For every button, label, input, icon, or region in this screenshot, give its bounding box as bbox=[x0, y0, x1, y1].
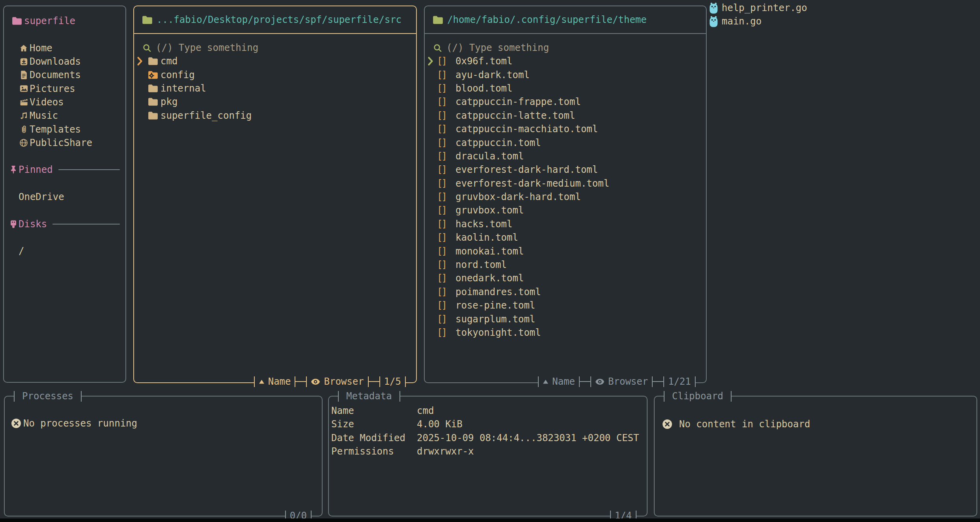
sidebar-item-templates[interactable]: Templates bbox=[4, 122, 125, 136]
folder-gear-icon bbox=[148, 71, 158, 79]
sidebar-item-videos[interactable]: Videos bbox=[4, 95, 125, 109]
toml-icon: [] bbox=[437, 232, 447, 243]
file-row[interactable]: [] blood.toml bbox=[425, 82, 706, 95]
mode-indicator[interactable]: Browser bbox=[591, 376, 652, 387]
file-row[interactable]: internal bbox=[134, 82, 416, 95]
file-row[interactable]: cmd bbox=[134, 54, 416, 68]
file-row[interactable]: [] onedark.toml bbox=[425, 271, 706, 285]
panel-footer: Name Browser 1/21 bbox=[538, 375, 696, 388]
go-file-icon bbox=[709, 2, 719, 14]
file-row[interactable]: [] catppuccin-latte.toml bbox=[425, 109, 706, 122]
file-row[interactable]: [] 0x96f.toml bbox=[425, 54, 706, 68]
app-title-row: superfile bbox=[4, 14, 125, 28]
panel-title: Metadata bbox=[338, 389, 400, 403]
app-title: superfile bbox=[24, 15, 75, 26]
music-icon bbox=[19, 111, 28, 120]
file-row[interactable]: main.go bbox=[709, 15, 807, 28]
clipboard-panel: Clipboard No content in clipboard bbox=[654, 396, 977, 516]
sort-asc-icon bbox=[259, 379, 265, 384]
toml-icon: [] bbox=[437, 178, 447, 189]
sidebar-item-onedrive[interactable]: OneDrive bbox=[4, 190, 125, 204]
metadata-rows: Name cmd Size 4.00 KiB Date Modified 202… bbox=[331, 404, 644, 458]
pinned-section-header: Pinned bbox=[4, 163, 125, 176]
toml-icon: [] bbox=[437, 151, 447, 162]
home-icon bbox=[19, 44, 28, 52]
preview-file-list: help_printer.go main.go bbox=[709, 1, 807, 28]
file-row[interactable]: [] poimandres.toml bbox=[425, 285, 706, 299]
sidebar-item-music[interactable]: Music bbox=[4, 109, 125, 122]
pin-icon bbox=[9, 165, 18, 174]
path-text: /home/fabio/.config/superfile/theme bbox=[447, 14, 647, 25]
folder-icon bbox=[148, 111, 158, 120]
toml-icon: [] bbox=[437, 300, 447, 311]
metadata-label: Date Modified bbox=[331, 432, 417, 443]
sidebar: superfile Home Downloads Documents Pictu… bbox=[3, 6, 126, 383]
file-row[interactable]: config bbox=[134, 68, 416, 81]
file-row[interactable]: [] catppuccin-macchiato.toml bbox=[425, 122, 706, 136]
search-icon bbox=[433, 44, 442, 52]
file-row[interactable]: [] nord.toml bbox=[425, 258, 706, 271]
file-row[interactable]: [] kaolin.toml bbox=[425, 231, 706, 244]
sort-indicator[interactable]: Name bbox=[255, 376, 295, 387]
folder-icon bbox=[148, 84, 158, 93]
file-row[interactable]: superfile_config bbox=[134, 109, 416, 122]
path-bar[interactable]: /home/fabio/.config/superfile/theme bbox=[425, 6, 706, 34]
divider bbox=[52, 224, 120, 225]
sidebar-item-root-disk[interactable]: / bbox=[4, 244, 125, 258]
search-bar[interactable]: (/) Type something bbox=[433, 41, 549, 54]
toml-icon: [] bbox=[437, 83, 447, 94]
globe-icon bbox=[19, 138, 28, 147]
toml-icon: [] bbox=[437, 246, 447, 257]
file-row[interactable]: [] catppuccin.toml bbox=[425, 136, 706, 149]
file-counter: 1/5 bbox=[380, 376, 405, 387]
file-row[interactable]: [] dracula.toml bbox=[425, 150, 706, 163]
file-row[interactable]: help_printer.go bbox=[709, 1, 807, 15]
file-row[interactable]: [] gruvbox-dark-hard.toml bbox=[425, 190, 706, 204]
metadata-value: 4.00 KiB bbox=[417, 419, 463, 430]
sidebar-item-home[interactable]: Home bbox=[4, 41, 125, 55]
file-row[interactable]: [] everforest-dark-hard.toml bbox=[425, 163, 706, 176]
file-row[interactable]: [] rose-pine.toml bbox=[425, 299, 706, 312]
metadata-label: Permissions bbox=[331, 446, 417, 457]
file-list: [] 0x96f.toml [] ayu-dark.toml [] blood.… bbox=[425, 54, 706, 339]
usb-disk-icon bbox=[9, 220, 18, 228]
file-row[interactable]: [] everforest-dark-medium.toml bbox=[425, 177, 706, 190]
toml-icon: [] bbox=[437, 110, 447, 121]
file-row[interactable]: [] catppuccin-frappe.toml bbox=[425, 95, 706, 109]
document-icon bbox=[19, 71, 28, 79]
sidebar-item-publicshare[interactable]: PublicShare bbox=[4, 136, 125, 150]
path-bar[interactable]: ...fabio/Desktop/projects/spf/superfile/… bbox=[134, 6, 416, 34]
search-bar[interactable]: (/) Type something bbox=[143, 41, 258, 54]
sidebar-item-documents[interactable]: Documents bbox=[4, 68, 125, 82]
folder-icon bbox=[148, 97, 158, 106]
paperclip-icon bbox=[19, 125, 28, 134]
folder-icon bbox=[148, 57, 158, 65]
sort-asc-icon bbox=[543, 379, 549, 384]
divider bbox=[58, 169, 120, 170]
sidebar-item-downloads[interactable]: Downloads bbox=[4, 55, 125, 68]
metadata-label: Name bbox=[331, 405, 417, 416]
file-list: cmd config internal pkg superfile_config bbox=[134, 54, 416, 122]
folder-icon bbox=[142, 15, 153, 24]
bottom-strip bbox=[0, 518, 980, 522]
file-row[interactable]: [] monokai.toml bbox=[425, 244, 706, 258]
toml-icon: [] bbox=[437, 123, 447, 135]
sort-indicator[interactable]: Name bbox=[539, 376, 579, 387]
search-placeholder: (/) Type something bbox=[156, 42, 258, 53]
eye-icon bbox=[311, 378, 320, 385]
sidebar-item-pictures[interactable]: Pictures bbox=[4, 82, 125, 95]
file-row[interactable]: [] hacks.toml bbox=[425, 217, 706, 231]
file-panel-src: ...fabio/Desktop/projects/spf/superfile/… bbox=[133, 6, 417, 383]
file-row[interactable]: [] tokyonight.toml bbox=[425, 326, 706, 339]
download-icon bbox=[19, 58, 28, 66]
mode-indicator[interactable]: Browser bbox=[307, 376, 368, 387]
search-icon bbox=[143, 44, 151, 52]
file-row[interactable]: [] ayu-dark.toml bbox=[425, 68, 706, 81]
file-row[interactable]: pkg bbox=[134, 95, 416, 109]
toml-icon: [] bbox=[437, 56, 447, 67]
file-row[interactable]: [] sugarplum.toml bbox=[425, 312, 706, 326]
file-counter: 1/21 bbox=[664, 376, 695, 387]
toml-icon: [] bbox=[437, 69, 447, 80]
panel-footer: Name Browser 1/5 bbox=[254, 375, 406, 388]
file-row[interactable]: [] gruvbox.toml bbox=[425, 204, 706, 217]
